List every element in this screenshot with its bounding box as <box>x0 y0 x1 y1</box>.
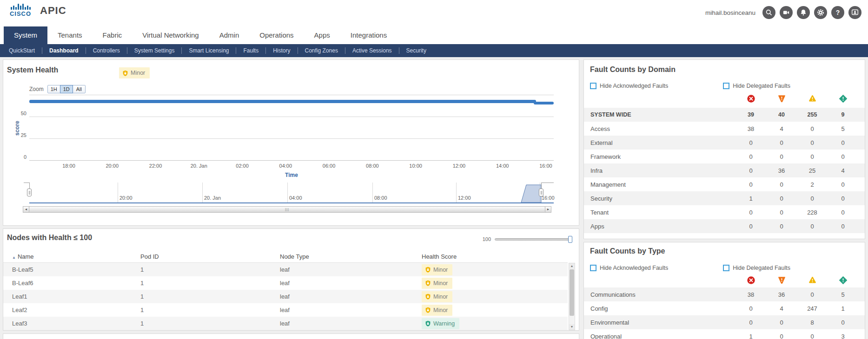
warning-icon[interactable] <box>839 276 848 285</box>
scroll-up-icon[interactable]: ▲ <box>569 263 575 269</box>
sort-ascending-icon[interactable]: ▲ <box>12 255 16 260</box>
search-icon[interactable] <box>762 6 775 19</box>
fault-type-title: Fault Counts by Type <box>590 247 665 255</box>
username[interactable]: mihail.bosinceanu <box>705 9 755 16</box>
subnav-item[interactable]: Faults <box>236 47 266 54</box>
minor-count: 0 <box>797 125 828 132</box>
account-icon[interactable] <box>848 6 861 19</box>
warning-count: 0 <box>828 181 858 188</box>
fault-row[interactable]: Security 1 0 0 0 <box>584 191 865 205</box>
fault-row[interactable]: Access 38 4 0 5 <box>584 122 865 136</box>
nav-tab[interactable]: Fabric <box>93 26 133 44</box>
warning-count: 9 <box>828 111 858 118</box>
fault-row[interactable]: SYSTEM WIDE 39 40 255 9 <box>584 108 865 122</box>
nav-tab[interactable]: System <box>4 26 47 44</box>
major-icon[interactable] <box>777 94 786 103</box>
major-count: 0 <box>766 209 797 216</box>
critical-icon[interactable] <box>747 94 755 103</box>
table-row[interactable]: Leaf3 1 leaf Warning <box>3 317 568 330</box>
nav-tab[interactable]: Admin <box>209 26 250 44</box>
subnav-item[interactable]: Security <box>399 47 433 54</box>
nav-tab[interactable]: Virtual Networking <box>132 26 209 44</box>
navigator-left-handle[interactable] <box>27 189 32 196</box>
critical-icon[interactable] <box>747 276 755 285</box>
minor-count: 0 <box>797 333 828 339</box>
fault-row[interactable]: Environmental 0 0 8 0 <box>584 315 865 329</box>
node-name: B-Leaf5 <box>3 266 140 273</box>
slider-handle[interactable] <box>568 236 572 243</box>
shield-icon <box>425 320 431 326</box>
chart-scrollbar-thumb[interactable]: ||| <box>29 207 545 212</box>
health-score-line-dip[interactable] <box>534 102 554 104</box>
table-row[interactable]: B-Leaf5 1 leaf Minor <box>3 263 568 276</box>
subnav-item[interactable]: Controllers <box>86 47 127 54</box>
nav-tab[interactable]: Operations <box>249 26 304 44</box>
nodes-table-scrollbar[interactable]: ▲ ▼ <box>569 263 575 330</box>
column-header-node-type[interactable]: Node Type <box>280 253 422 260</box>
subnav-item[interactable]: Config Zones <box>298 47 345 54</box>
table-row[interactable]: B-Leaf6 1 leaf Minor <box>3 276 568 290</box>
major-icon[interactable] <box>777 276 786 285</box>
hide-delegated-label: Hide Delegated Faults <box>733 83 790 89</box>
fault-row[interactable]: Operational 1 0 0 3 <box>584 329 865 339</box>
node-name: Leaf3 <box>3 320 140 327</box>
fault-row[interactable]: Management 0 0 2 0 <box>584 177 865 191</box>
fault-row[interactable]: External 0 0 0 0 <box>584 136 865 150</box>
scroll-right-icon[interactable]: ► <box>545 207 551 212</box>
nav-tab[interactable]: Apps <box>304 26 340 44</box>
scroll-left-icon[interactable]: ◄ <box>23 207 29 212</box>
minor-icon[interactable] <box>808 276 817 285</box>
subnav-item[interactable]: History <box>266 47 298 54</box>
health-score-line[interactable] <box>29 100 536 103</box>
table-row[interactable]: Leaf2 1 leaf Minor <box>3 303 568 317</box>
hide-delegated-checkbox[interactable] <box>723 83 729 89</box>
subnav-item[interactable]: QuickStart <box>2 47 42 54</box>
nav-tab[interactable]: Integrations <box>340 26 397 44</box>
navigator-outline <box>541 183 554 183</box>
nodes-scrollbar-thumb[interactable] <box>570 269 574 316</box>
subnav-item[interactable]: Dashboard <box>42 47 86 54</box>
hide-acknowledged-checkbox[interactable] <box>590 265 596 271</box>
fault-row[interactable]: Infra 0 36 25 4 <box>584 163 865 177</box>
column-header-name[interactable]: Name <box>18 253 34 260</box>
fault-row[interactable]: Tenant 0 0 228 0 <box>584 205 865 219</box>
subnav-item[interactable]: System Settings <box>127 47 182 54</box>
minor-count: 25 <box>797 167 828 174</box>
subnav-item[interactable]: Smart Licensing <box>182 47 236 54</box>
zoom-range-button[interactable]: 1D <box>60 85 73 93</box>
critical-count: 1 <box>735 195 766 202</box>
major-count: 0 <box>766 153 797 160</box>
fault-row[interactable]: Communications 38 36 0 5 <box>584 287 865 301</box>
table-row[interactable]: Leaf1 1 leaf Minor <box>3 290 568 303</box>
health-status-label: Minor <box>131 70 145 76</box>
chart-navigator[interactable]: 20:00 20. Jan 04:00 08:00 12:00 16:00 <box>29 183 554 205</box>
minor-icon[interactable] <box>808 94 817 103</box>
hide-acknowledged-checkbox[interactable] <box>590 83 596 89</box>
scroll-down-icon[interactable]: ▼ <box>569 324 575 330</box>
zoom-range-button[interactable]: 1H <box>47 85 60 93</box>
settings-gear-icon[interactable] <box>814 6 827 19</box>
fault-domain-label: Access <box>590 125 735 132</box>
feedback-icon[interactable] <box>780 6 793 19</box>
fault-row[interactable]: Apps 0 0 0 0 <box>584 219 865 233</box>
column-header-health-score[interactable]: Health Score <box>422 253 568 260</box>
chart-scrollbar[interactable]: ◄ ||| ► <box>23 206 551 213</box>
slider-track[interactable] <box>495 238 571 241</box>
help-icon[interactable]: ? <box>831 6 844 19</box>
x-axis-title: Time <box>29 172 554 178</box>
fault-domain-label: Apps <box>590 223 735 230</box>
hide-delegated-checkbox[interactable] <box>723 265 729 271</box>
warning-icon[interactable] <box>839 94 848 103</box>
nav-tab[interactable]: Tenants <box>47 26 93 44</box>
critical-count: 0 <box>735 181 766 188</box>
fault-row[interactable]: Framework 0 0 0 0 <box>584 150 865 163</box>
navigator-right-handle[interactable] <box>539 189 543 196</box>
subnav-item[interactable]: Active Sessions <box>345 47 399 54</box>
zoom-range-button[interactable]: All <box>73 85 86 93</box>
column-header-pod-id[interactable]: Pod ID <box>140 253 280 260</box>
minor-count: 8 <box>797 319 828 326</box>
critical-count: 1 <box>735 333 766 339</box>
warning-count: 5 <box>828 125 858 132</box>
fault-row[interactable]: Config 0 4 247 1 <box>584 301 865 315</box>
notifications-bell-icon[interactable] <box>797 6 810 19</box>
